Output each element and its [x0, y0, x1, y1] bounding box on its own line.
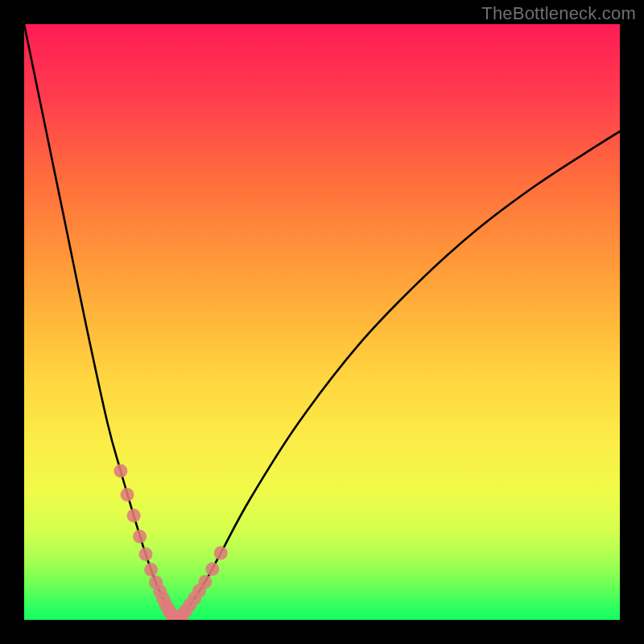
svg-point-3	[133, 530, 147, 543]
bottleneck-curve	[24, 24, 620, 617]
svg-point-1	[121, 488, 134, 502]
svg-point-2	[127, 509, 141, 522]
svg-point-17	[198, 575, 212, 588]
attribution-text: TheBottleneck.com	[481, 3, 636, 24]
svg-point-4	[138, 547, 152, 561]
svg-point-19	[214, 547, 228, 560]
curve-layer	[24, 24, 620, 620]
svg-point-5	[144, 563, 158, 576]
svg-point-18	[205, 563, 219, 576]
chart-frame: TheBottleneck.com	[0, 0, 644, 644]
marker-dots-right	[173, 547, 228, 620]
svg-point-0	[114, 464, 127, 478]
plot-area	[24, 24, 620, 620]
marker-dots-left	[114, 464, 175, 617]
